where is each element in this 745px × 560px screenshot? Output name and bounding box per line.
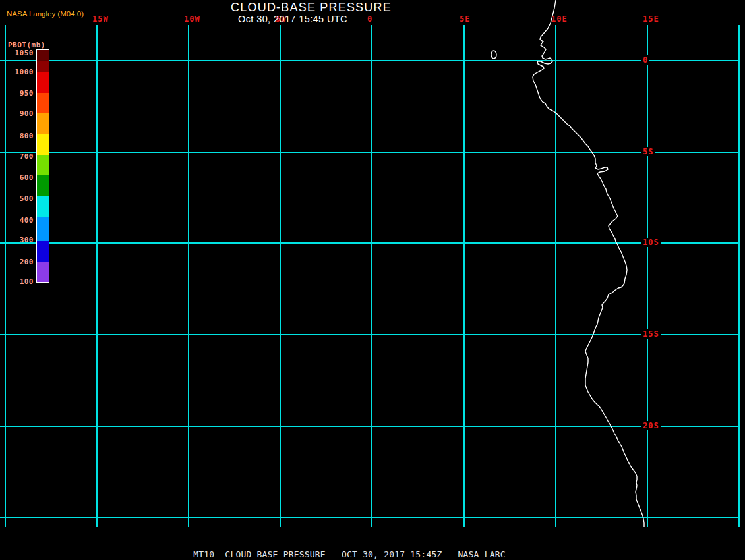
lat-label-20S: 20S: [641, 421, 661, 430]
footer-caption: MT10 CLOUD-BASE PRESSURE OCT 30, 2017 15…: [193, 549, 506, 559]
title-datetime: Oct 30, 2017 15:45 UTC: [238, 14, 347, 24]
colorbar-tick-700: 700: [0, 152, 34, 161]
lat-label-5S: 5S: [641, 147, 655, 156]
colorbar-tick-950: 950: [0, 89, 34, 98]
grid-line-horizontal: [0, 426, 739, 427]
grid-line-horizontal: [0, 152, 739, 153]
colorbar-tick-1000: 1000: [0, 68, 34, 76]
grid-line-horizontal: [0, 242, 739, 244]
grid-line-vertical: [371, 25, 372, 527]
colorbar: [36, 49, 49, 283]
colorbar-segment: [37, 134, 49, 155]
colorbar-tick-500: 500: [0, 194, 34, 203]
coastline-layer: [0, 0, 745, 560]
grid-line-vertical: [188, 25, 189, 527]
grid-line-horizontal: [0, 60, 739, 61]
credit-text: NASA Langley (M04.0): [7, 10, 84, 18]
lon-label-15W: 15W: [92, 14, 109, 24]
lon-label-15E: 15E: [643, 14, 659, 24]
colorbar-segment: [37, 93, 49, 113]
colorbar-tick-400: 400: [0, 216, 34, 225]
colorbar-tick-600: 600: [0, 173, 34, 182]
grid-line-vertical: [647, 25, 648, 527]
grid-line-horizontal: [0, 334, 739, 335]
grid-line-vertical: [555, 25, 556, 527]
colorbar-segment: [37, 196, 49, 217]
colorbar-segment: [37, 175, 49, 196]
colorbar-tick-1050: 1050: [0, 49, 34, 57]
lon-label-10W: 10W: [184, 14, 200, 24]
coastline-path: [533, 0, 644, 527]
grid-line-vertical: [738, 25, 740, 527]
grid-line-vertical: [5, 25, 6, 527]
colorbar-tick-300: 300: [0, 236, 34, 244]
lat-label-10S: 10S: [641, 238, 661, 247]
colorbar-tick-800: 800: [0, 132, 34, 140]
colorbar-tick-100: 100: [0, 277, 34, 286]
lon-label-5E: 5E: [460, 14, 470, 24]
lon-label-10E: 10E: [551, 14, 568, 24]
colorbar-segment: [37, 50, 49, 61]
grid-line-vertical: [463, 25, 465, 527]
island-outline: [491, 51, 496, 59]
colorbar-segment: [37, 262, 49, 282]
colorbar-segment: [37, 155, 49, 175]
grid-line-vertical: [96, 25, 98, 527]
lat-label-0: 0: [641, 55, 649, 65]
colorbar-segment: [37, 241, 49, 262]
grid-line-vertical: [280, 25, 281, 527]
grid-line-horizontal: [0, 517, 739, 518]
colorbar-segment: [37, 61, 49, 72]
colorbar-segment: [37, 72, 49, 93]
lat-label-15S: 15S: [641, 329, 661, 339]
colorbar-tick-200: 200: [0, 258, 34, 266]
map-canvas: 15W10W5W05E10E15E 05S10S15S20S PBOT(mb) …: [0, 0, 745, 560]
colorbar-segment: [37, 217, 49, 241]
lon-label-0: 0: [367, 14, 372, 24]
page-title: CLOUD-BASE PRESSURE: [231, 1, 392, 14]
colorbar-tick-900: 900: [0, 109, 34, 118]
colorbar-segment: [37, 113, 49, 134]
